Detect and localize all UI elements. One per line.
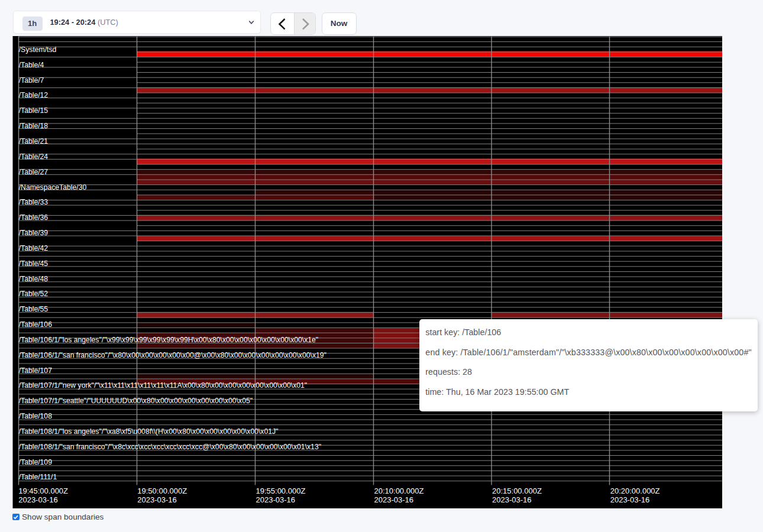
svg-text:/Table/24: /Table/24 [19, 153, 49, 161]
svg-text:/NamespaceTable/30: /NamespaceTable/30 [19, 183, 87, 192]
svg-text:20:15:00.000Z: 20:15:00.000Z [492, 486, 542, 495]
svg-text:/Table/4: /Table/4 [19, 61, 44, 69]
svg-text:/Table/109: /Table/109 [19, 458, 52, 466]
svg-text:/Table/7: /Table/7 [19, 76, 44, 85]
svg-text:/Table/108/1/"los angeles"/"\x: /Table/108/1/"los angeles"/"\xa8\xf5\u00… [19, 427, 279, 436]
svg-text:2023-03-16: 2023-03-16 [256, 495, 296, 504]
svg-text:/Table/108/1/"san francisco"/": /Table/108/1/"san francisco"/"\x8c\xcc\x… [19, 443, 321, 451]
svg-text:2023-03-16: 2023-03-16 [18, 495, 58, 504]
svg-text:/Table/106/1/"los angeles"/"\x: /Table/106/1/"los angeles"/"\x99\x99\x99… [19, 336, 318, 344]
svg-text:2023-03-16: 2023-03-16 [374, 495, 414, 504]
svg-text:19:50:00.000Z: 19:50:00.000Z [137, 486, 187, 495]
svg-text:/Table/48: /Table/48 [19, 275, 49, 283]
svg-text:/Table/15: /Table/15 [19, 106, 49, 115]
svg-text:/Table/106: /Table/106 [19, 320, 52, 329]
svg-text:20:20:00.000Z: 20:20:00.000Z [610, 486, 660, 495]
svg-text:/Table/21: /Table/21 [19, 137, 49, 145]
svg-text:/Table/33: /Table/33 [19, 198, 49, 206]
svg-text:/System/tsd: /System/tsd [19, 46, 57, 54]
svg-text:/Table/111/1: /Table/111/1 [19, 473, 57, 481]
svg-text:/Table/36: /Table/36 [19, 213, 49, 222]
svg-text:/Table/107: /Table/107 [19, 366, 52, 375]
svg-text:/Table/107/1/"seattle"/"UUUUUU: /Table/107/1/"seattle"/"UUUUUUD\x00\x80\… [19, 397, 253, 405]
svg-text:2023-03-16: 2023-03-16 [492, 495, 532, 504]
svg-text:2023-03-16: 2023-03-16 [610, 495, 650, 504]
svg-text:/Table/108: /Table/108 [19, 412, 52, 420]
svg-text:/Table/12: /Table/12 [19, 91, 49, 99]
svg-text:19:55:00.000Z: 19:55:00.000Z [256, 486, 306, 495]
svg-text:/Table/18: /Table/18 [19, 122, 49, 130]
svg-text:20:10:00.000Z: 20:10:00.000Z [374, 486, 424, 495]
svg-text:/Table/39: /Table/39 [19, 229, 49, 237]
svg-text:2023-03-16: 2023-03-16 [137, 495, 176, 504]
svg-text:/Table/107/1/"new york"/"\x11\: /Table/107/1/"new york"/"\x11\x11\x11\x1… [19, 381, 308, 390]
svg-text:/Table/106/1/"san francisco"/": /Table/106/1/"san francisco"/"\x80\x00\x… [19, 351, 326, 359]
svg-text:/Table/55: /Table/55 [19, 305, 49, 313]
svg-text:/Table/45: /Table/45 [19, 259, 49, 268]
svg-text:/Table/52: /Table/52 [19, 290, 49, 298]
svg-text:/Table/27: /Table/27 [19, 168, 49, 176]
svg-text:19:45:00.000Z: 19:45:00.000Z [18, 486, 68, 495]
svg-text:/Table/42: /Table/42 [19, 244, 49, 252]
